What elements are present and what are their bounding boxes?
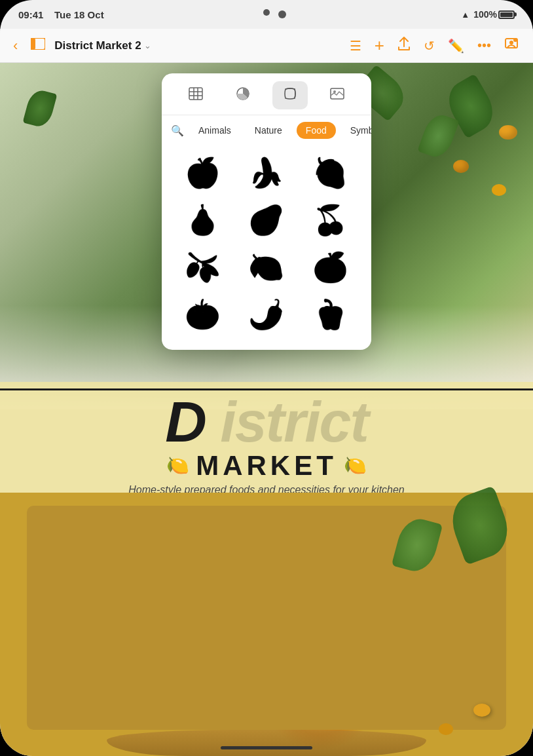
icon-olives[interactable]: 🫒 [172, 245, 233, 290]
back-button[interactable]: ‹ [9, 35, 22, 57]
popup-tab-bar [162, 73, 371, 115]
pear-icon: 🍐 [185, 206, 221, 235]
hot-pepper-icon: 🌶️ [248, 300, 284, 329]
icon-grid: 🍎 🍌 🍓 🍐 🥑 🍒 [162, 145, 371, 342]
status-time: 09:41 Tue 18 Oct [18, 9, 104, 20]
avocado-icon: 🥑 [248, 206, 284, 235]
document-title[interactable]: District Market 2 ⌄ [54, 39, 151, 52]
device-frame: 09:41 Tue 18 Oct ▲ 100% ‹ District Marke… [0, 0, 533, 756]
more-button[interactable]: ••• [472, 35, 496, 56]
list-button[interactable]: ☰ [344, 35, 367, 56]
icon-bell-pepper[interactable]: 🫑 [300, 292, 361, 337]
battery-icon [498, 10, 515, 19]
icon-pear[interactable]: 🍐 [172, 198, 233, 242]
toolbar-actions: ☰ + ↺ ✏️ ••• [344, 33, 524, 58]
title-chevron-icon: ⌄ [144, 41, 151, 50]
icon-cherries[interactable]: 🍒 [300, 198, 361, 242]
lemon-icon: 🍋 [248, 253, 284, 282]
date-display: Tue 18 Oct [54, 9, 104, 20]
search-icon[interactable]: 🔍 [171, 124, 184, 137]
apple-icon: 🍎 [185, 159, 221, 187]
shapes-popup: 🔍 Animals Nature Food Symbols Educa… 🍎 🍌… [162, 73, 371, 350]
tomato-icon: 🍅 [185, 300, 221, 329]
title-text: District Market 2 [54, 39, 141, 52]
category-row: 🔍 Animals Nature Food Symbols Educa… [162, 115, 371, 145]
orange-slice-icon: 🍊 [312, 253, 348, 282]
share-button[interactable] [392, 34, 416, 57]
banana-icon: 🍌 [248, 159, 284, 187]
category-food[interactable]: Food [297, 122, 336, 139]
bell-pepper-icon: 🫑 [312, 300, 348, 329]
home-indicator[interactable] [221, 746, 312, 749]
icon-orange-slice[interactable]: 🍊 [300, 245, 361, 290]
title-rest: istrict [220, 396, 368, 447]
notch [278, 10, 286, 18]
category-nature[interactable]: Nature [246, 122, 291, 139]
market-row: 🍋 MARKET 🍋 [0, 450, 533, 482]
tab-media[interactable] [320, 83, 355, 108]
market-text: MARKET [196, 450, 337, 482]
collab-button[interactable] [499, 35, 524, 56]
lemon-emoji-left: 🍋 [166, 455, 189, 476]
sidebar-toggle-button[interactable] [27, 35, 49, 56]
cherries-icon: 🍒 [312, 206, 348, 235]
toolbar: ‹ District Market 2 ⌄ ☰ + ↺ ✏️ ••• [0, 29, 533, 63]
svg-point-3 [509, 41, 513, 45]
tab-shapes[interactable] [272, 81, 308, 109]
icon-hot-pepper[interactable]: 🌶️ [236, 292, 297, 337]
icon-apple[interactable]: 🍎 [172, 151, 233, 195]
front-camera [263, 9, 270, 16]
title-d-letter: D [165, 396, 206, 447]
lemon-emoji-right: 🍋 [344, 455, 367, 476]
status-right-group: ▲ 100% [461, 9, 515, 20]
strawberry-icon: 🍓 [312, 159, 348, 187]
battery-indicator: 100% [473, 9, 515, 20]
olives-icon: 🫒 [185, 253, 221, 282]
pencil-button[interactable]: ✏️ [443, 35, 469, 56]
add-button[interactable]: + [369, 33, 390, 58]
category-animals[interactable]: Animals [189, 122, 240, 139]
wifi-icon: ▲ [461, 10, 469, 20]
main-content: D istrict 🍋 MARKET 🍋 Home-style prepared… [0, 63, 533, 756]
svg-rect-5 [189, 88, 202, 100]
icon-avocado[interactable]: 🥑 [236, 198, 297, 242]
battery-percent: 100% [473, 9, 497, 20]
time-display: 09:41 [18, 9, 43, 20]
tab-chart[interactable] [225, 81, 261, 109]
svg-point-4 [513, 38, 517, 42]
icon-banana[interactable]: 🍌 [236, 151, 297, 195]
category-symbols[interactable]: Symbols [341, 122, 371, 139]
tab-table[interactable] [178, 82, 213, 109]
undo-button[interactable]: ↺ [418, 35, 440, 56]
svg-rect-1 [31, 38, 35, 50]
icon-lemon[interactable]: 🍋 [236, 245, 297, 290]
icon-tomato[interactable]: 🍅 [172, 292, 233, 337]
icon-strawberry[interactable]: 🍓 [300, 151, 361, 195]
fruits-bottom-photo [0, 493, 533, 756]
title-area: D istrict 🍋 MARKET 🍋 Home-style prepared… [0, 382, 533, 510]
